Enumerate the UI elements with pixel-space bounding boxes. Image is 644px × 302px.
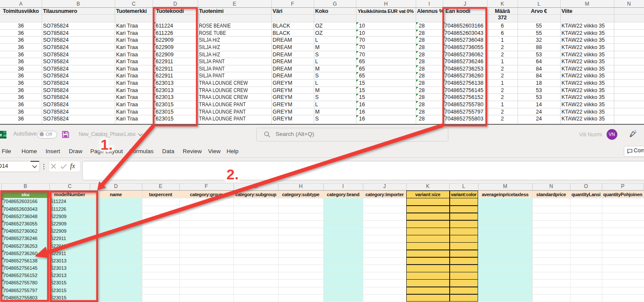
- svg-text:2.: 2.: [227, 166, 239, 182]
- svg-text:1.: 1.: [101, 136, 113, 153]
